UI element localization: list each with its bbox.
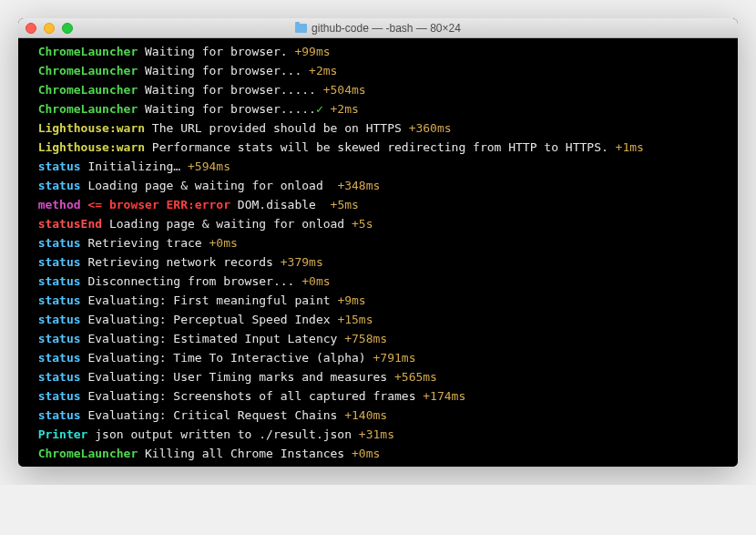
log-segment: Initializing… bbox=[81, 159, 188, 173]
log-segment: ChromeLauncher bbox=[38, 45, 138, 58]
log-segment: +1ms bbox=[616, 140, 644, 154]
log-segment: Performance stats will be skewed redirec… bbox=[145, 140, 616, 154]
terminal-window: github-code — -bash — 80×24 ChromeLaunch… bbox=[18, 18, 738, 467]
folder-icon bbox=[295, 24, 307, 33]
log-segment: +594ms bbox=[188, 159, 230, 173]
log-segment: ChromeLauncher bbox=[38, 447, 138, 460]
log-segment: +379ms bbox=[281, 255, 323, 269]
close-button[interactable] bbox=[26, 23, 36, 34]
log-line: status Evaluating: Screenshots of all ca… bbox=[24, 386, 732, 406]
zoom-button[interactable] bbox=[62, 23, 73, 34]
log-segment: +504ms bbox=[323, 83, 366, 97]
log-segment: +9ms bbox=[337, 293, 365, 307]
log-segment: +15ms bbox=[337, 313, 373, 326]
log-segment: Evaluating: Perceptual Speed Index bbox=[81, 313, 338, 326]
log-segment: +99ms bbox=[294, 45, 330, 58]
log-line: ChromeLauncher Killing all Chrome Instan… bbox=[24, 444, 732, 463]
minimize-button[interactable] bbox=[44, 23, 55, 34]
log-segment: DOM.disable bbox=[230, 198, 331, 211]
title-center: github-code — -bash — 80×24 bbox=[26, 22, 730, 35]
log-segment: +2ms bbox=[309, 64, 337, 77]
log-segment: Retrieving network records bbox=[81, 255, 281, 269]
log-segment: ERR:error bbox=[167, 198, 230, 211]
log-segment: status bbox=[38, 313, 81, 326]
log-segment: +0ms bbox=[301, 274, 330, 288]
log-line: status Evaluating: First meaningful pain… bbox=[24, 291, 732, 310]
log-segment: +5s bbox=[352, 217, 373, 231]
log-line: status Evaluating: User Timing marks and… bbox=[24, 367, 732, 386]
log-line: ChromeLauncher Waiting for browser. +99m… bbox=[24, 42, 732, 61]
log-segment: <= browser bbox=[87, 198, 158, 211]
log-segment: Killing all Chrome Instances bbox=[138, 447, 352, 460]
log-line: status Disconnecting from browser... +0m… bbox=[24, 272, 732, 291]
log-segment: Evaluating: First meaningful paint bbox=[81, 293, 338, 307]
log-segment: +360ms bbox=[409, 121, 452, 135]
log-segment: Waiting for browser. bbox=[138, 45, 294, 58]
log-line: status Loading page & waiting for onload… bbox=[24, 176, 732, 195]
log-line: ChromeLauncher Waiting for browser... +2… bbox=[24, 61, 732, 80]
log-segment: Lighthouse:warn bbox=[38, 140, 145, 154]
log-segment: status bbox=[38, 408, 81, 422]
log-segment: status bbox=[38, 351, 81, 365]
log-line: status Evaluating: Perceptual Speed Inde… bbox=[24, 310, 732, 329]
log-segment bbox=[159, 198, 167, 211]
log-segment: status bbox=[38, 159, 81, 173]
log-segment: ✓ bbox=[316, 102, 323, 116]
log-segment: +5ms bbox=[331, 198, 359, 211]
log-segment bbox=[323, 102, 331, 116]
log-segment: ChromeLauncher bbox=[38, 83, 138, 97]
log-line: status Evaluating: Estimated Input Laten… bbox=[24, 329, 732, 348]
log-segment: Retrieving trace bbox=[81, 236, 209, 250]
log-segment: Waiting for browser... bbox=[138, 64, 309, 77]
log-segment: +2ms bbox=[331, 102, 359, 116]
window-title: github-code — -bash — 80×24 bbox=[312, 22, 461, 35]
log-segment: +0ms bbox=[352, 447, 380, 460]
log-segment: The URL provided should be on HTTPS bbox=[145, 121, 409, 135]
log-line: status Retrieving network records +379ms bbox=[24, 252, 732, 272]
log-segment: status bbox=[38, 293, 81, 307]
log-segment: +565ms bbox=[394, 370, 437, 384]
log-segment: ChromeLauncher bbox=[38, 64, 138, 77]
log-line: status Initializing… +594ms bbox=[24, 157, 732, 176]
log-segment: status bbox=[38, 370, 81, 384]
log-segment: ChromeLauncher bbox=[38, 102, 138, 116]
log-segment: status bbox=[38, 179, 81, 192]
log-segment: Evaluating: Estimated Input Latency bbox=[81, 332, 345, 345]
log-segment: Evaluating: Time To Interactive (alpha) bbox=[81, 351, 373, 365]
log-segment: statusEnd bbox=[38, 217, 102, 231]
log-segment: status bbox=[38, 255, 81, 269]
log-segment: Evaluating: User Timing marks and measur… bbox=[81, 370, 394, 384]
terminal-output[interactable]: ChromeLauncher Waiting for browser. +99m… bbox=[18, 38, 738, 467]
log-line: method <= browser ERR:error DOM.disable … bbox=[24, 195, 732, 214]
log-segment: json output written to ./result.json bbox=[87, 427, 358, 441]
log-segment: Waiting for browser..... bbox=[138, 83, 323, 97]
log-line: status Retrieving trace +0ms bbox=[24, 233, 732, 252]
log-segment: Loading page & waiting for onload bbox=[81, 179, 338, 192]
log-line: Lighthouse:warn The URL provided should … bbox=[24, 118, 732, 138]
log-line: status Evaluating: Time To Interactive (… bbox=[24, 348, 732, 367]
log-line: statusEnd Loading page & waiting for onl… bbox=[24, 214, 732, 233]
log-segment: +140ms bbox=[344, 408, 387, 422]
log-segment: Disconnecting from browser... bbox=[81, 274, 302, 288]
log-line: ChromeLauncher Waiting for browser..... … bbox=[24, 80, 732, 99]
log-segment: Evaluating: Critical Request Chains bbox=[81, 408, 345, 422]
log-line: status Evaluating: Critical Request Chai… bbox=[24, 406, 732, 425]
log-segment: +348ms bbox=[337, 179, 380, 192]
log-line: Lighthouse:warn Performance stats will b… bbox=[24, 138, 732, 157]
log-segment: Lighthouse:warn bbox=[38, 121, 145, 135]
log-segment: Evaluating: Screenshots of all captured … bbox=[81, 389, 424, 403]
log-segment: +0ms bbox=[209, 236, 238, 250]
log-segment: +31ms bbox=[359, 427, 394, 441]
log-segment: method bbox=[38, 198, 81, 211]
log-segment: status bbox=[38, 332, 81, 345]
log-segment: Loading page & waiting for onload bbox=[102, 217, 352, 231]
log-segment: +791ms bbox=[373, 351, 416, 365]
traffic-lights bbox=[26, 23, 73, 34]
log-segment: status bbox=[38, 274, 81, 288]
titlebar[interactable]: github-code — -bash — 80×24 bbox=[18, 18, 738, 38]
log-segment: Waiting for browser..... bbox=[138, 102, 316, 116]
log-segment: +758ms bbox=[344, 332, 387, 345]
log-segment: status bbox=[38, 236, 81, 250]
log-segment: +174ms bbox=[423, 389, 465, 403]
log-line: ChromeLauncher Waiting for browser.....✓… bbox=[24, 99, 732, 118]
